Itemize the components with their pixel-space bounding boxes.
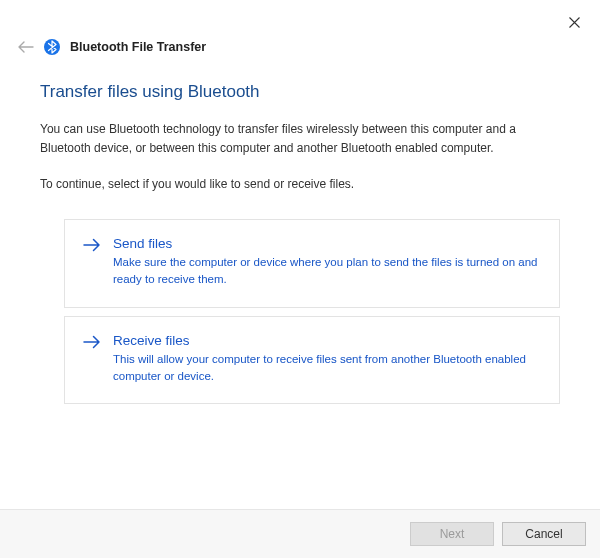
arrow-right-icon — [83, 334, 101, 354]
option-send-content: Send files Make sure the computer or dev… — [113, 236, 541, 289]
option-receive-desc: This will allow your computer to receive… — [113, 351, 541, 386]
option-receive-title: Receive files — [113, 333, 541, 348]
back-button[interactable] — [18, 38, 34, 56]
close-icon — [569, 17, 580, 28]
option-send-title: Send files — [113, 236, 541, 251]
instruction-text: To continue, select if you would like to… — [40, 177, 560, 191]
next-button[interactable]: Next — [410, 522, 494, 546]
close-button[interactable] — [562, 10, 586, 34]
content-area: Transfer files using Bluetooth You can u… — [0, 56, 600, 404]
option-receive-content: Receive files This will allow your compu… — [113, 333, 541, 386]
header-bar: Bluetooth File Transfer — [0, 0, 600, 56]
arrow-right-icon — [83, 237, 101, 257]
cancel-button[interactable]: Cancel — [502, 522, 586, 546]
options-list: Send files Make sure the computer or dev… — [64, 219, 560, 404]
footer-bar: Next Cancel — [0, 509, 600, 558]
bluetooth-icon — [44, 39, 60, 55]
intro-text: You can use Bluetooth technology to tran… — [40, 120, 560, 157]
back-arrow-icon — [18, 41, 34, 53]
page-title: Transfer files using Bluetooth — [40, 82, 560, 102]
option-send-files[interactable]: Send files Make sure the computer or dev… — [64, 219, 560, 308]
option-receive-files[interactable]: Receive files This will allow your compu… — [64, 316, 560, 405]
option-send-desc: Make sure the computer or device where y… — [113, 254, 541, 289]
window-title: Bluetooth File Transfer — [70, 40, 206, 54]
